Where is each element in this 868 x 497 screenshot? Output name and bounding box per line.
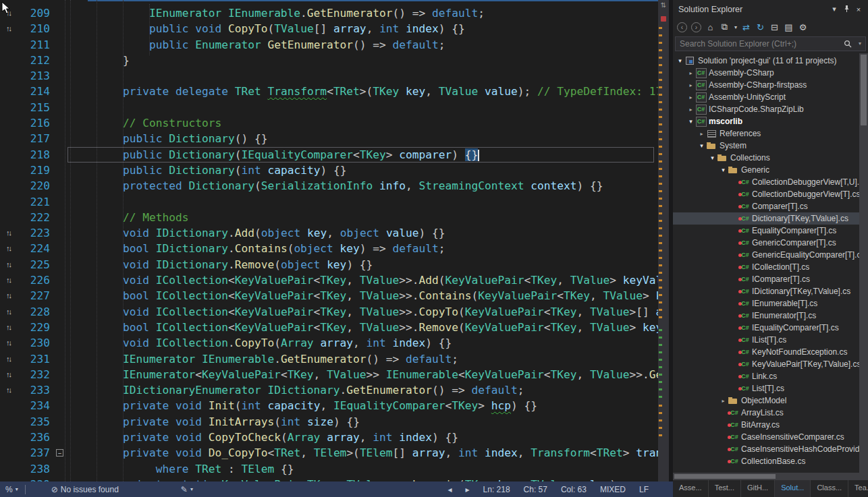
show-all-files-button[interactable]: ▤ xyxy=(784,22,794,32)
expander-collapsed-icon[interactable]: ▸ xyxy=(697,131,706,137)
edit-mode-control[interactable]: ✎ ▾ xyxy=(181,485,193,494)
code-line-236[interactable]: 236 private void CopyToCheck(Array array… xyxy=(0,430,658,445)
implements-interface-icon[interactable]: ↑↓ xyxy=(0,367,17,382)
column-indicator[interactable]: Col: 63 xyxy=(561,485,587,494)
implements-interface-icon[interactable]: ↑↓ xyxy=(0,257,17,272)
editor-scrollbar[interactable]: ⇅ xyxy=(658,0,669,481)
line-number[interactable]: 223 xyxy=(17,225,54,241)
tree-item-keyvaluepair-tkey-tvalue-cs[interactable]: C#KeyValuePair[TKey,TValue].cs xyxy=(673,358,868,370)
code-line-228[interactable]: ↑↓228 void ICollection<KeyValuePair<TKey… xyxy=(0,304,658,320)
code-line-227[interactable]: ↑↓227 bool ICollection<KeyValuePair<TKey… xyxy=(0,288,658,303)
tree-item-assembly-csharp-firstpass[interactable]: ▸C#Assembly-CSharp-firstpass xyxy=(673,79,868,91)
implements-interface-icon[interactable]: ↑↓ xyxy=(0,335,17,351)
search-input[interactable] xyxy=(675,36,866,51)
splitter-grip-icon[interactable]: ⇅ xyxy=(658,1,669,9)
line-number[interactable]: 220 xyxy=(17,178,54,194)
tree-item-system[interactable]: ▾System xyxy=(673,140,868,152)
zoom-control[interactable]: % ▾ xyxy=(5,485,18,494)
expander-collapsed-icon[interactable]: ▸ xyxy=(686,94,695,100)
tree-item-collectionbase-cs[interactable]: C#CollectionBase.cs xyxy=(673,455,868,467)
expander-expanded-icon[interactable]: ▾ xyxy=(686,118,695,125)
line-number[interactable]: 236 xyxy=(17,430,54,445)
code-line-221[interactable]: 221 xyxy=(0,194,658,210)
tree-item-link-cs[interactable]: C#Link.cs xyxy=(673,370,868,382)
tree-item-ienumerable-t-cs[interactable]: C#IEnumerable[T].cs xyxy=(673,297,868,310)
code-line-217[interactable]: 217 public Dictionary() {} xyxy=(0,131,658,146)
implements-interface-icon[interactable]: ↑↓ xyxy=(0,288,17,303)
line-number[interactable]: 237 xyxy=(17,445,54,461)
navigate-back-button[interactable]: ‹ xyxy=(677,22,687,32)
tree-item-idictionary-tkey-tvalue-cs[interactable]: C#IDictionary[TKey,TValue].cs xyxy=(673,285,868,297)
code-line-216[interactable]: 216 // Constructors xyxy=(0,115,658,131)
implements-interface-icon[interactable]: ↑↓ xyxy=(0,21,17,36)
indentation-indicator[interactable]: MIXED xyxy=(600,485,626,494)
line-number[interactable]: 226 xyxy=(17,272,54,288)
line-number[interactable]: 216 xyxy=(17,115,54,131)
code-line-214[interactable]: 214 private delegate TRet Transform<TRet… xyxy=(0,84,658,99)
nav-right-icon[interactable]: ▸ xyxy=(466,485,470,494)
tree-item-objectmodel[interactable]: ▸ObjectModel xyxy=(673,394,868,407)
fold-collapse-button[interactable]: − xyxy=(56,449,63,457)
line-number[interactable]: 217 xyxy=(17,131,54,146)
line-number[interactable]: 231 xyxy=(17,351,54,367)
tree-item-arraylist-cs[interactable]: C#ArrayList.cs xyxy=(673,407,868,419)
line-number[interactable]: 213 xyxy=(17,68,54,84)
line-number[interactable]: 221 xyxy=(17,194,54,210)
properties-button[interactable]: ⚙ xyxy=(798,22,808,32)
code-line-235[interactable]: 235 private void InitArrays(int size) {} xyxy=(0,414,658,430)
implements-interface-icon[interactable]: ↑↓ xyxy=(0,304,17,320)
implements-interface-icon[interactable]: ↑↓ xyxy=(0,225,17,241)
line-number[interactable]: 239 xyxy=(17,477,54,481)
tree-item-collectiondebuggerview-t-u-cs[interactable]: C#CollectionDebuggerView[T,U].cs xyxy=(673,176,868,188)
code-line-211[interactable]: 211 public Enumerator GetEnumerator() =>… xyxy=(0,37,658,53)
scrollbar-thumb[interactable] xyxy=(861,55,867,125)
line-number[interactable]: 238 xyxy=(17,461,54,477)
tree-item-genericequalitycomparer-t-cs[interactable]: C#GenericEqualityComparer[T].cs xyxy=(673,249,868,261)
line-number[interactable]: 234 xyxy=(17,398,54,413)
tree-item-equalitycomparer-t-cs[interactable]: C#EqualityComparer[T].cs xyxy=(673,225,868,237)
tool-window-tab-solut[interactable]: Solut... xyxy=(775,480,811,497)
collapse-all-button[interactable]: ⊟ xyxy=(769,22,780,32)
line-number[interactable]: 233 xyxy=(17,382,54,398)
tree-item-bitarray-cs[interactable]: C#BitArray.cs xyxy=(673,419,868,431)
line-number[interactable]: 219 xyxy=(17,163,54,178)
tree-horizontal-scrollbar[interactable] xyxy=(673,473,868,480)
tree-item-comparer-t-cs[interactable]: C#Comparer[T].cs xyxy=(673,200,868,212)
code-line-222[interactable]: 222 // Methods xyxy=(0,210,658,225)
code-line-232[interactable]: ↑↓232 IEnumerator<KeyValuePair<TKey, TVa… xyxy=(0,367,658,382)
tree-item-solution-project-gui-11-of-11-projects[interactable]: ▾Solution 'project-gui' (11 of 11 projec… xyxy=(673,55,868,67)
code-line-209[interactable]: ↑↓209 IEnumerator IEnumerable.GetEnumera… xyxy=(0,5,658,21)
implements-interface-icon[interactable]: ↑↓ xyxy=(0,382,17,398)
code-line-220[interactable]: 220 protected Dictionary(SerializationIn… xyxy=(0,178,658,194)
switch-views-button[interactable]: ⧉ xyxy=(720,22,730,32)
code-line-239[interactable]: 239 private static KeyValuePair<TKey, TV… xyxy=(0,477,658,481)
tree-vertical-scrollbar[interactable] xyxy=(859,53,868,473)
sync-with-active-document-button[interactable]: ⇄ xyxy=(741,22,751,32)
tree-item-dictionary-tkey-tvalue-cs[interactable]: C#Dictionary[TKey,TValue].cs xyxy=(673,212,868,225)
tool-window-tab-asse[interactable]: Asse... xyxy=(673,480,709,497)
tree-item-caseinsensitivehashcodeprovider-cs[interactable]: C#CaseInsensitiveHashCodeProvider.cs xyxy=(673,443,868,455)
line-number[interactable]: 215 xyxy=(17,100,54,115)
expander-collapsed-icon[interactable]: ▸ xyxy=(686,82,695,88)
tool-window-tab-class[interactable]: Class... xyxy=(811,480,848,497)
tree-item-collections[interactable]: ▾Collections xyxy=(673,152,868,164)
line-number[interactable]: 210 xyxy=(17,21,54,36)
expander-expanded-icon[interactable]: ▾ xyxy=(676,57,684,64)
expander-collapsed-icon[interactable]: ▸ xyxy=(686,107,695,113)
line-number[interactable]: 228 xyxy=(17,304,54,320)
line-number[interactable]: 232 xyxy=(17,367,54,382)
code-line-223[interactable]: ↑↓223 void IDictionary.Add(object key, o… xyxy=(0,225,658,241)
code-line-225[interactable]: ↑↓225 void IDictionary.Remove(object key… xyxy=(0,257,658,272)
code-line-230[interactable]: ↑↓230 void ICollection.CopyTo(Array arra… xyxy=(0,335,658,351)
tree-item-collectiondebuggerview-t-cs[interactable]: C#CollectionDebuggerView[T].cs xyxy=(673,188,868,200)
code-line-231[interactable]: ↑↓231 IEnumerator IEnumerable.GetEnumera… xyxy=(0,351,658,367)
expander-expanded-icon[interactable]: ▾ xyxy=(708,154,717,161)
line-number[interactable]: 225 xyxy=(17,257,54,272)
code-line-215[interactable]: 215 xyxy=(0,100,658,115)
line-ending-indicator[interactable]: LF xyxy=(639,485,649,494)
tree-item-generic[interactable]: ▾Generic xyxy=(673,164,868,176)
tree-item-references[interactable]: ▸References xyxy=(673,127,868,140)
tree-item-icomparer-t-cs[interactable]: C#IComparer[T].cs xyxy=(673,273,868,285)
tree-item-assembly-csharp[interactable]: ▸C#Assembly-CSharp xyxy=(673,67,868,79)
tree-item-iequalitycomparer-t-cs[interactable]: C#IEqualityComparer[T].cs xyxy=(673,322,868,334)
